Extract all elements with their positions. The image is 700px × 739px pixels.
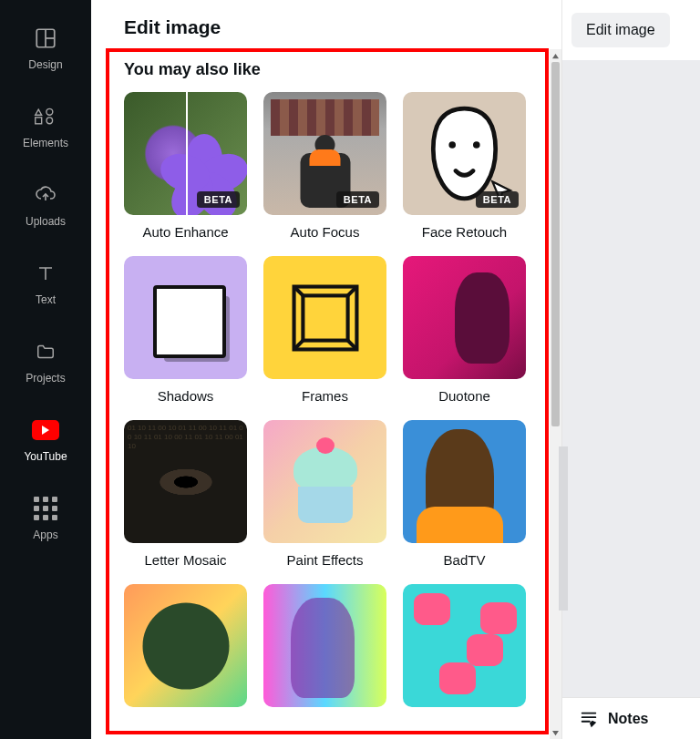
tile-label: Auto Enhance: [142, 224, 228, 240]
tile-duotone[interactable]: Duotone: [403, 256, 526, 404]
tile-label: Paint Effects: [287, 552, 364, 568]
scroll-up-icon[interactable]: [550, 49, 561, 62]
elements-icon: [34, 104, 57, 129]
tile-thumbnail: [403, 584, 526, 707]
effects-grid: BETA Auto Enhance BETA Auto Focus: [108, 92, 540, 707]
sidebar: Design Elements Uploads Text Projects Yo…: [0, 0, 91, 739]
tile-thumbnail: [124, 584, 247, 707]
sidebar-item-label: YouTube: [24, 450, 67, 463]
svg-point-5: [448, 141, 456, 149]
sidebar-item-label: Design: [28, 58, 62, 71]
tile-thumbnail: BETA: [124, 92, 247, 215]
panel-title: Edit image: [124, 16, 529, 38]
scroll-down-icon[interactable]: [550, 726, 561, 739]
beta-badge: BETA: [476, 191, 519, 208]
tile-extra[interactable]: [403, 584, 526, 707]
sidebar-item-uploads[interactable]: Uploads: [0, 166, 91, 244]
sidebar-item-projects[interactable]: Projects: [0, 323, 91, 401]
youtube-icon: [32, 417, 59, 443]
tile-letter-mosaic[interactable]: Letter Mosaic: [124, 420, 247, 568]
svg-rect-8: [303, 295, 347, 340]
sidebar-item-label: Apps: [33, 529, 57, 541]
sidebar-item-label: Projects: [26, 372, 65, 385]
tile-label: Shadows: [158, 388, 214, 404]
edit-image-button[interactable]: Edit image: [571, 13, 670, 47]
tile-thumbnail: BETA: [403, 92, 526, 215]
design-icon: [34, 26, 57, 51]
frame-icon: [288, 281, 363, 355]
tile-thumbnail: [124, 256, 247, 379]
canvas-page-edge: [559, 446, 568, 611]
tile-thumbnail: [124, 420, 247, 543]
svg-point-6: [473, 141, 480, 149]
edit-image-panel: Edit image You may also like BETA Auto E…: [91, 0, 562, 739]
tile-thumbnail: BETA: [263, 92, 386, 215]
notes-bar[interactable]: Notes: [562, 697, 700, 739]
effects-scroll-area[interactable]: You may also like BETA Auto Enhance BETA…: [91, 49, 561, 739]
tile-face-retouch[interactable]: BETA Face Retouch: [403, 92, 526, 240]
tile-thumbnail: [263, 584, 386, 707]
tile-frames[interactable]: Frames: [263, 256, 386, 404]
text-icon: [35, 261, 57, 286]
sidebar-item-apps[interactable]: Apps: [0, 479, 91, 558]
apps-icon: [34, 496, 57, 521]
section-title: You may also like: [124, 60, 540, 79]
panel-header: Edit image: [91, 0, 561, 49]
notes-icon: [579, 709, 599, 729]
svg-point-3: [46, 108, 53, 115]
beta-badge: BETA: [336, 191, 379, 208]
sidebar-item-label: Uploads: [26, 215, 66, 228]
canvas-area: Edit image Notes: [562, 0, 700, 739]
tile-thumbnail: [403, 420, 526, 543]
tile-extra[interactable]: [124, 584, 247, 707]
beta-badge: BETA: [197, 191, 240, 208]
tile-extra[interactable]: [263, 584, 386, 707]
tile-paint-effects[interactable]: Paint Effects: [263, 420, 386, 568]
tile-thumbnail: [263, 420, 386, 543]
sidebar-item-elements[interactable]: Elements: [0, 87, 91, 166]
sidebar-item-youtube[interactable]: YouTube: [0, 401, 91, 479]
tile-badtv[interactable]: BadTV: [403, 420, 526, 568]
sidebar-item-label: Text: [36, 293, 56, 306]
scrollbar[interactable]: [550, 49, 561, 739]
scrollbar-thumb[interactable]: [551, 62, 560, 426]
tile-thumbnail: [263, 256, 386, 379]
sidebar-item-label: Elements: [23, 137, 68, 149]
tile-auto-enhance[interactable]: BETA Auto Enhance: [124, 92, 247, 240]
uploads-icon: [34, 182, 57, 208]
tile-shadows[interactable]: Shadows: [124, 256, 247, 404]
notes-label: Notes: [608, 711, 648, 727]
sidebar-item-text[interactable]: Text: [0, 244, 91, 323]
tile-auto-focus[interactable]: BETA Auto Focus: [263, 92, 386, 240]
tile-label: Duotone: [438, 388, 490, 404]
tile-label: BadTV: [444, 552, 486, 568]
sidebar-item-design[interactable]: Design: [0, 9, 91, 87]
folder-icon: [34, 339, 57, 364]
tile-thumbnail: [403, 256, 526, 379]
tile-label: Letter Mosaic: [144, 552, 226, 568]
tile-label: Frames: [302, 388, 348, 404]
tile-label: Face Retouch: [422, 224, 507, 240]
top-toolbar: Edit image: [562, 0, 700, 60]
svg-rect-4: [36, 118, 42, 124]
tile-label: Auto Focus: [291, 224, 360, 240]
